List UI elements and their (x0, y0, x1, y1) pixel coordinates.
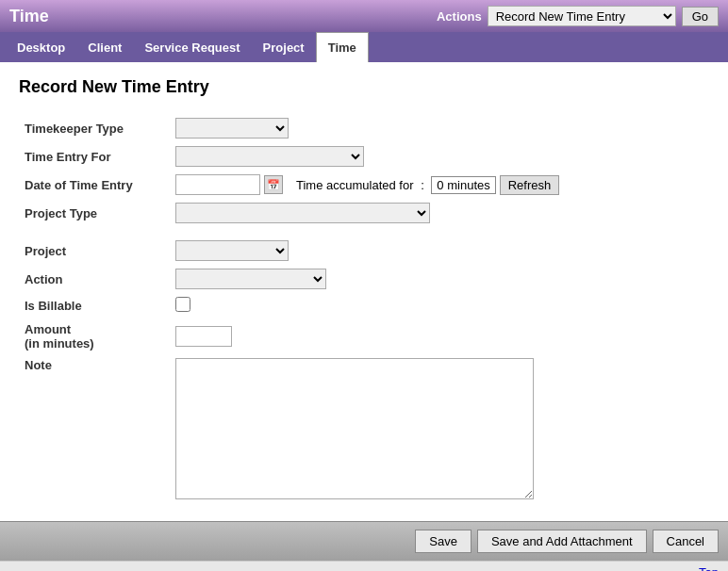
action-row: Action (19, 265, 709, 293)
date-cell: 📅 Time accumulated for : 0 minutes Refre… (170, 171, 709, 199)
is-billable-row: Is Billable (19, 293, 709, 318)
colon: : (418, 178, 428, 192)
time-entry-for-row: Time Entry For (19, 142, 709, 171)
go-button[interactable]: Go (682, 7, 719, 26)
nav-item-time[interactable]: Time (316, 32, 369, 62)
nav-item-client[interactable]: Client (76, 32, 133, 62)
project-row: Project (19, 237, 709, 265)
date-control: 📅 Time accumulated for : 0 minutes Refre… (175, 174, 703, 195)
cancel-button[interactable]: Cancel (653, 530, 719, 553)
time-entry-for-label: Time Entry For (19, 142, 170, 171)
project-type-select[interactable] (175, 203, 430, 223)
nav-item-service-request[interactable]: Service Request (133, 32, 251, 62)
timekeeper-type-label: Timekeeper Type (19, 114, 170, 142)
is-billable-cell (170, 293, 709, 318)
app-header: Time Actions Record New Time Entry View … (0, 0, 728, 32)
amount-label: Amount (in minutes) (19, 318, 170, 354)
minutes-display: 0 minutes (431, 176, 495, 194)
project-type-row: Project Type (19, 199, 709, 227)
time-accum-label: Time accumulated for (296, 178, 414, 192)
amount-row: Amount (in minutes) (19, 318, 709, 354)
action-cell (170, 265, 709, 293)
nav-item-desktop[interactable]: Desktop (6, 32, 76, 62)
timekeeper-type-row: Timekeeper Type (19, 114, 709, 142)
save-button[interactable]: Save (415, 530, 472, 553)
date-label: Date of Time Entry (19, 171, 170, 199)
project-cell (170, 237, 709, 265)
project-type-label: Project Type (19, 199, 170, 227)
amount-input[interactable] (175, 326, 232, 347)
timekeeper-type-select[interactable] (175, 118, 289, 139)
amount-cell (170, 318, 709, 354)
note-label: Note (19, 354, 170, 506)
date-row: Date of Time Entry 📅 Time accumulated fo… (19, 171, 709, 199)
action-label: Action (19, 265, 170, 293)
page-content: Record New Time Entry Timekeeper Type Ti… (0, 62, 728, 521)
nav-item-project[interactable]: Project (252, 32, 316, 62)
bottom-bar: Top (0, 561, 728, 571)
save-attachment-button[interactable]: Save and Add Attachment (477, 530, 647, 553)
note-row: Note (19, 354, 709, 506)
form-table: Timekeeper Type Time Entry For Date of T… (19, 114, 709, 506)
calendar-icon[interactable]: 📅 (264, 175, 283, 194)
note-textarea[interactable] (175, 358, 534, 499)
actions-area: Actions Record New Time Entry View Time … (437, 6, 719, 26)
footer-bar: Save Save and Add Attachment Cancel (0, 521, 728, 561)
spacer-row-1 (19, 227, 709, 237)
note-cell (170, 354, 709, 506)
top-link[interactable]: Top (699, 565, 719, 571)
app-title: Time (9, 7, 49, 26)
project-type-cell (170, 199, 709, 227)
time-entry-for-cell (170, 142, 709, 171)
actions-label: Actions (437, 9, 482, 24)
nav-bar: Desktop Client Service Request Project T… (0, 32, 728, 62)
project-label: Project (19, 237, 170, 265)
date-input[interactable] (175, 174, 260, 195)
time-entry-for-select[interactable] (175, 146, 364, 167)
page-title: Record New Time Entry (19, 77, 709, 97)
refresh-button[interactable]: Refresh (500, 175, 560, 195)
project-select[interactable] (175, 240, 289, 261)
action-select[interactable] (175, 269, 326, 289)
is-billable-checkbox[interactable] (175, 297, 190, 312)
is-billable-label: Is Billable (19, 293, 170, 318)
actions-select[interactable]: Record New Time Entry View Time Entries (488, 6, 676, 26)
timekeeper-type-cell (170, 114, 709, 142)
